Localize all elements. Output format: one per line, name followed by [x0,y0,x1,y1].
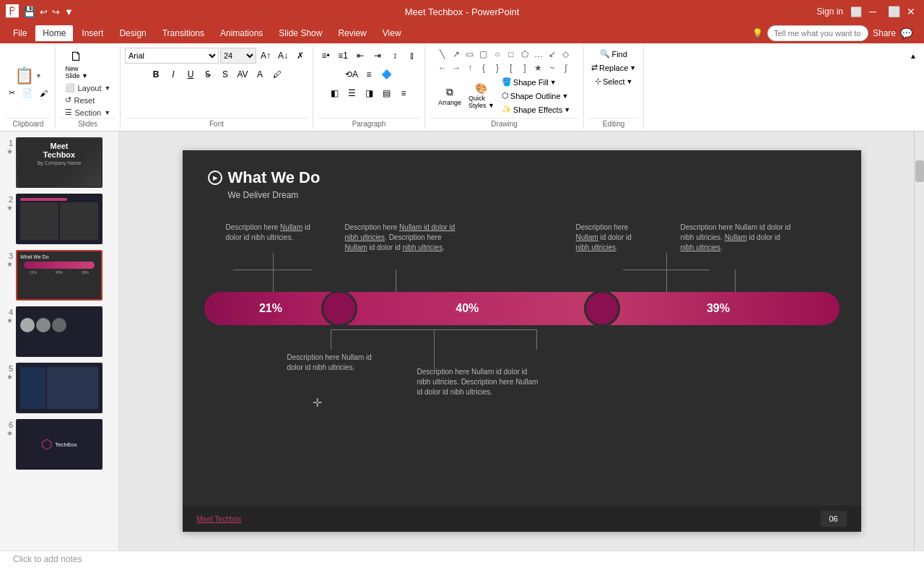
tab-insert[interactable]: Insert [74,25,110,41]
font-color-button[interactable]: A [252,66,268,82]
slide-thumbnail-6[interactable]: 6 ★ ⬡ TechBox [3,419,116,470]
redo-icon[interactable]: ↪ [52,7,60,17]
vertical-scrollbar[interactable] [914,131,924,551]
tell-me-input[interactable] [767,25,868,41]
cut-button[interactable]: ✂ [6,87,18,99]
replace-button[interactable]: ⇄ Replace ▼ [588,61,639,74]
shape-rounded-rect[interactable]: ▢ [477,48,490,61]
slide-thumb-3[interactable]: What We Do 21% 40% 39% [16,250,103,301]
tab-slideshow[interactable]: Slide Show [271,25,329,41]
shape-more[interactable]: … [532,48,545,61]
strikethrough-button[interactable]: S̶ [200,66,216,82]
align-text-button[interactable]: ≡ [361,66,377,82]
line-spacing-button[interactable]: ↕ [387,48,403,64]
numbering-button[interactable]: ≡1 [335,48,351,64]
tab-home[interactable]: Home [35,25,73,41]
shape-wave[interactable]: ~ [546,61,559,74]
italic-button[interactable]: I [165,66,181,82]
shape-drop[interactable]: ◇ [559,48,572,61]
slide-area[interactable]: ▶ What We Do We Deliver Dream Descriptio… [119,131,924,551]
minimize-icon[interactable]: ─ [869,6,881,17]
slide-thumbnail-3[interactable]: 3 ★ What We Do 21% 40% 39% [3,250,116,301]
shadow-button[interactable]: S [217,66,233,82]
shape-arrow[interactable]: ↗ [450,48,463,61]
shape-fill-button[interactable]: 🪣 Shape Fill ▼ [499,76,573,88]
share-button[interactable]: Share [873,28,896,38]
slide-thumb-1[interactable]: MeetTechbox By Company Name [16,137,103,188]
shape-up-arrow[interactable]: ↑ [463,61,476,74]
select-button[interactable]: ⊹ Select ▼ [592,75,636,87]
shape-outline-button[interactable]: ⬡ Shape Outline ▼ [499,90,573,102]
highlight-button[interactable]: 🖊 [269,66,285,82]
close-icon[interactable]: ✕ [907,6,918,17]
shape-right-arrow[interactable]: → [450,61,463,74]
slide-thumb-4[interactable] [16,306,103,357]
increase-indent-button[interactable]: ⇥ [370,48,385,64]
collapse-ribbon-button[interactable]: ▲ [905,48,921,64]
new-slide-button[interactable]: 🗋 NewSlide ▼ [63,48,91,81]
slide-panel[interactable]: 1 ★ MeetTechbox By Company Name 2 ★ [0,131,119,551]
shape-left-arrow[interactable]: ← [436,61,449,74]
bold-button[interactable]: B [148,66,164,82]
slide-thumb-2[interactable] [16,194,103,244]
notes-placeholder[interactable]: Click to add notes [7,548,87,570]
notes-area[interactable]: Click to add notes [0,551,924,578]
shape-rect[interactable]: ▭ [463,48,476,61]
format-painter-button[interactable]: 🖌 [37,87,51,99]
align-left-button[interactable]: ◧ [326,85,342,101]
ribbon-display-icon[interactable]: ⬜ [850,7,862,17]
slide-canvas[interactable]: ▶ What We Do We Deliver Dream Descriptio… [183,150,861,532]
layout-button[interactable]: ⬜ Layout ▼ [63,82,113,93]
slide-thumb-5[interactable] [16,363,103,413]
tab-design[interactable]: Design [112,25,153,41]
tab-transitions[interactable]: Transitions [155,25,212,41]
paste-button[interactable]: 📋 ▼ [6,66,51,85]
shape-line[interactable]: ╲ [436,48,449,61]
section-button[interactable]: ☰ Section ▼ [63,107,113,118]
shape-square[interactable]: □ [505,48,518,61]
slide-title-text[interactable]: What We Do [228,168,321,187]
dist-button[interactable]: ≡ [396,85,411,101]
increase-font-button[interactable]: A↑ [258,48,274,64]
shape-effects-button[interactable]: ✨ Shape Effects ▼ [499,103,573,116]
slide-thumbnail-4[interactable]: 4 ★ [3,306,116,357]
shape-scroll[interactable]: ∫ [559,61,572,74]
bullets-button[interactable]: ≡• [318,48,334,64]
comments-icon[interactable]: 💬 [900,27,912,39]
decrease-font-button[interactable]: A↓ [275,48,291,64]
shape-bracket2[interactable]: ] [518,61,531,74]
tab-review[interactable]: Review [331,25,373,41]
font-name-select[interactable]: Arial [125,48,219,64]
shape-star[interactable]: ★ [532,61,545,74]
text-direction-button[interactable]: ⟲A [344,66,359,82]
undo-icon[interactable]: ↩ [40,7,48,17]
justify-button[interactable]: ▤ [378,85,394,101]
slide-thumbnail-5[interactable]: 5 ★ [3,363,116,413]
font-size-select[interactable]: 24 [220,48,256,64]
shape-circle[interactable]: ○ [491,48,504,61]
shape-curly[interactable]: { [477,61,490,74]
customize-icon[interactable]: ▼ [64,7,74,17]
tab-animations[interactable]: Animations [213,25,270,41]
clear-format-button[interactable]: ✗ [292,48,308,64]
shape-curly2[interactable]: } [491,61,504,74]
sign-in-button[interactable]: Sign in [816,7,843,17]
underline-button[interactable]: U [183,66,199,82]
align-right-button[interactable]: ◨ [361,85,377,101]
save-icon[interactable]: 💾 [23,6,35,17]
restore-icon[interactable]: ⬜ [888,6,899,17]
shape-down-arrow[interactable]: ↙ [546,48,559,61]
copy-button[interactable]: 📄 [19,87,35,99]
smartart-button[interactable]: 🔷 [378,66,394,82]
quick-styles-button[interactable]: 🎨 QuickStyles ▼ [466,76,497,116]
shape-bracket[interactable]: [ [505,61,518,74]
shape-pentagon[interactable]: ⬠ [518,48,531,61]
arrange-button[interactable]: ⧉ Arrange [435,76,464,116]
find-button[interactable]: 🔍 Find [597,48,629,60]
tab-view[interactable]: View [375,25,409,41]
slide-thumbnail-2[interactable]: 2 ★ [3,194,116,244]
slide-thumb-6[interactable]: ⬡ TechBox [16,419,103,470]
slide-thumbnail-1[interactable]: 1 ★ MeetTechbox By Company Name [3,137,116,188]
align-center-button[interactable]: ☰ [344,85,359,101]
char-spacing-button[interactable]: AV [235,66,250,82]
